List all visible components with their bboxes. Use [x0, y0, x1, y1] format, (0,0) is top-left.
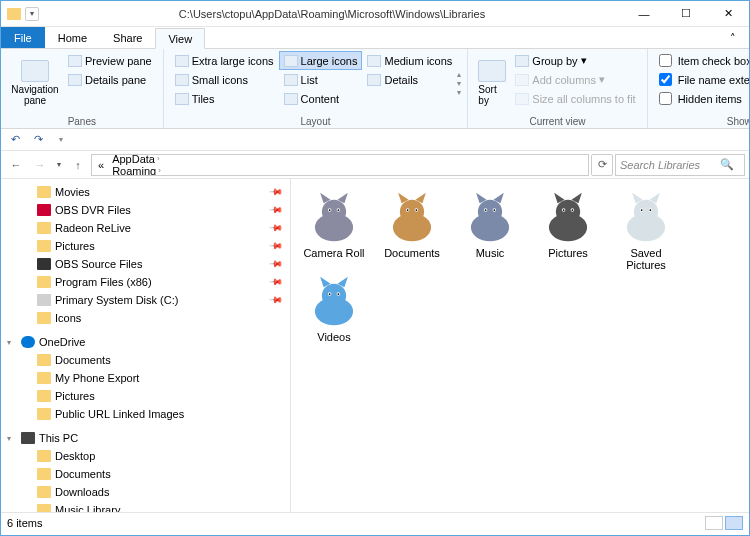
medium-icon — [367, 55, 381, 67]
small-icon — [175, 74, 189, 86]
qat-more[interactable]: ▾ — [51, 131, 71, 149]
crumb-overflow[interactable]: « — [94, 159, 108, 171]
layout-list[interactable]: List — [279, 70, 363, 89]
ribbon-collapse[interactable]: ˄ — [717, 27, 749, 48]
tree-item[interactable]: Public URL Linked Images — [1, 405, 290, 423]
navigation-pane-button[interactable]: Navigation pane — [7, 51, 63, 115]
filename-ext-toggle[interactable]: File name extensions — [654, 70, 750, 89]
close-button[interactable]: ✕ — [707, 1, 749, 27]
library-icon — [305, 191, 363, 243]
tree-item[interactable]: Pictures — [1, 387, 290, 405]
maximize-button[interactable]: ☐ — [665, 1, 707, 27]
size-columns-button[interactable]: Size all columns to fit — [510, 89, 640, 108]
layout-details[interactable]: Details — [362, 70, 457, 89]
search-icon: 🔍 — [720, 158, 734, 171]
breadcrumb[interactable]: « Primary System Disk (C:)›Users›ctopu›A… — [91, 154, 589, 176]
pin-icon: 📌 — [269, 293, 284, 308]
layout-tiles[interactable]: Tiles — [170, 89, 279, 108]
expand-icon[interactable]: ▾ — [7, 434, 17, 443]
layout-scroll-up[interactable]: ▴ — [457, 70, 461, 79]
tab-share[interactable]: Share — [100, 27, 155, 48]
forward-button[interactable]: → — [29, 154, 51, 176]
item-icon — [37, 312, 51, 324]
tree-item[interactable]: My Phone Export — [1, 369, 290, 387]
group-by-button[interactable]: Group by ▾ — [510, 51, 640, 70]
library-item[interactable]: Pictures — [533, 191, 603, 271]
refresh-button[interactable]: ⟳ — [591, 154, 613, 176]
item-label: OneDrive — [39, 336, 85, 348]
library-item[interactable]: Camera Roll — [299, 191, 369, 271]
layout-content[interactable]: Content — [279, 89, 363, 108]
recent-locations[interactable]: ▾ — [53, 154, 65, 176]
tree-item[interactable]: Documents — [1, 465, 290, 483]
library-item[interactable]: Music — [455, 191, 525, 271]
search-input[interactable] — [620, 159, 720, 171]
view-icons-button[interactable] — [725, 516, 743, 530]
tree-item[interactable]: Desktop — [1, 447, 290, 465]
layout-medium-icons[interactable]: Medium icons — [362, 51, 457, 70]
tree-item[interactable]: Movies📌 — [1, 183, 290, 201]
layout-more[interactable]: ▾ — [457, 88, 461, 97]
svg-point-39 — [649, 209, 651, 211]
search-box[interactable]: 🔍 — [615, 154, 745, 176]
xl-icon — [175, 55, 189, 67]
content-pane[interactable]: Camera RollDocumentsMusicPicturesSaved P… — [291, 179, 749, 512]
tree-item[interactable]: Primary System Disk (C:)📌 — [1, 291, 290, 309]
item-icon — [37, 372, 51, 384]
tree-item[interactable]: Icons — [1, 309, 290, 327]
address-bar: ← → ▾ ↑ « Primary System Disk (C:)›Users… — [1, 151, 749, 179]
item-cb-checkbox[interactable] — [659, 54, 672, 67]
svg-point-46 — [329, 293, 331, 295]
library-icon — [461, 191, 519, 243]
tree-item[interactable]: OBS DVR Files📌 — [1, 201, 290, 219]
library-item[interactable]: Documents — [377, 191, 447, 271]
undo-icon[interactable]: ↶ — [5, 131, 25, 149]
ribbon-tabs: File Home Share View ˄ — [1, 27, 749, 49]
chevron-right-icon: › — [158, 166, 161, 175]
tree-item[interactable]: Radeon ReLive📌 — [1, 219, 290, 237]
tree-item[interactable]: ▾OneDrive — [1, 333, 290, 351]
layout-scroll-down[interactable]: ▾ — [457, 79, 461, 88]
tree-item[interactable]: Documents — [1, 351, 290, 369]
navigation-tree[interactable]: Movies📌OBS DVR Files📌Radeon ReLive📌Pictu… — [1, 179, 291, 512]
library-item[interactable]: Saved Pictures — [611, 191, 681, 271]
view-details-button[interactable] — [705, 516, 723, 530]
sort-by-button[interactable]: Sort by — [474, 51, 510, 115]
qat-dropdown[interactable]: ▾ — [25, 7, 39, 21]
tab-file[interactable]: File — [1, 27, 45, 48]
ext-checkbox[interactable] — [659, 73, 672, 86]
tree-item[interactable]: ▾This PC — [1, 429, 290, 447]
item-icon — [37, 294, 51, 306]
tree-item[interactable]: Downloads — [1, 483, 290, 501]
group-icon — [515, 55, 529, 67]
hidden-items-toggle[interactable]: Hidden items — [654, 89, 750, 108]
layout-small-icons[interactable]: Small icons — [170, 70, 279, 89]
hidden-checkbox[interactable] — [659, 92, 672, 105]
quick-access-row: ↶ ↷ ▾ — [1, 129, 749, 151]
tree-item[interactable]: OBS Source Files📌 — [1, 255, 290, 273]
nav-pane-icon — [21, 60, 49, 82]
add-columns-button[interactable]: Add columns ▾ — [510, 70, 640, 89]
details-pane-button[interactable]: Details pane — [63, 70, 157, 89]
up-button[interactable]: ↑ — [67, 154, 89, 176]
item-icon — [21, 336, 35, 348]
item-checkboxes-toggle[interactable]: Item check boxes — [654, 51, 750, 70]
tree-item[interactable]: Program Files (x86)📌 — [1, 273, 290, 291]
tree-item[interactable]: Pictures📌 — [1, 237, 290, 255]
minimize-button[interactable]: — — [623, 1, 665, 27]
tab-view[interactable]: View — [155, 28, 205, 49]
back-button[interactable]: ← — [5, 154, 27, 176]
breadcrumb-segment[interactable]: Roaming› — [108, 165, 244, 176]
preview-pane-button[interactable]: Preview pane — [63, 51, 157, 70]
item-label: Documents — [55, 468, 111, 480]
library-item[interactable]: Videos — [299, 275, 369, 343]
item-icon — [37, 222, 51, 234]
expand-icon[interactable]: ▾ — [7, 338, 17, 347]
breadcrumb-segment[interactable]: AppData› — [108, 154, 244, 165]
redo-icon[interactable]: ↷ — [28, 131, 48, 149]
tab-home[interactable]: Home — [45, 27, 100, 48]
layout-large-icons[interactable]: Large icons — [279, 51, 363, 70]
layout-xl-icons[interactable]: Extra large icons — [170, 51, 279, 70]
tree-item[interactable]: Music Library — [1, 501, 290, 512]
sort-label: Sort by — [478, 84, 506, 106]
